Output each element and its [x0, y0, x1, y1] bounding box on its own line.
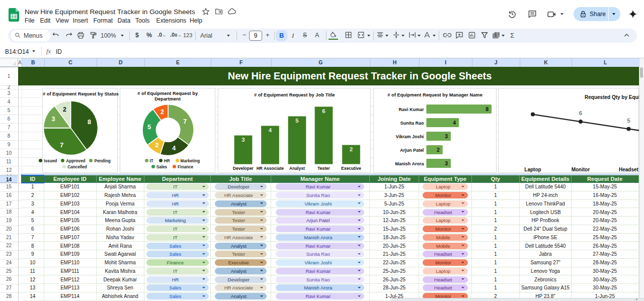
svg-text:Executive: Executive [341, 166, 361, 171]
svg-text:2: 2 [437, 147, 440, 153]
svg-text:Headset: Headset [619, 167, 639, 172]
svg-text:7: 7 [60, 142, 63, 149]
svg-text:Developer: Developer [233, 166, 254, 171]
svg-text:2: 2 [155, 142, 159, 149]
svg-text:3: 3 [51, 116, 55, 123]
svg-text:Analyst: Analyst [289, 166, 305, 171]
svg-text:7: 7 [184, 118, 187, 125]
svg-text:5: 5 [627, 118, 630, 124]
svg-text:2: 2 [350, 147, 353, 153]
svg-text:5: 5 [296, 118, 299, 124]
svg-text:6: 6 [579, 110, 582, 116]
svg-text:4: 4 [173, 145, 176, 152]
svg-text:8: 8 [486, 107, 489, 112]
svg-text:Ravi Kumar: Ravi Kumar [398, 107, 424, 112]
svg-text:Monitor: Monitor [572, 167, 590, 172]
svg-text:Manish Arora: Manish Arora [395, 161, 424, 166]
svg-text:3: 3 [445, 161, 448, 166]
svg-text:3: 3 [445, 134, 448, 139]
svg-text:Arjun Patel: Arjun Patel [400, 148, 424, 153]
svg-text:Tester: Tester [317, 166, 331, 171]
svg-text:2: 2 [63, 106, 66, 113]
svg-text:8: 8 [88, 119, 91, 126]
svg-text:6: 6 [323, 109, 326, 115]
svg-text:4: 4 [269, 128, 272, 134]
svg-text:Requested Qty by Equipme: Requested Qty by Equipme [585, 94, 639, 100]
svg-text:3: 3 [242, 137, 245, 143]
svg-text:Laptop: Laptop [524, 167, 541, 172]
svg-text:Vikram Joshi: Vikram Joshi [395, 134, 424, 139]
svg-text:2: 2 [160, 109, 164, 116]
svg-text:4: 4 [453, 120, 456, 126]
svg-text:HR Associate: HR Associate [257, 166, 284, 171]
svg-text:5: 5 [148, 124, 151, 131]
svg-text:Sunita Rao: Sunita Rao [400, 121, 424, 126]
